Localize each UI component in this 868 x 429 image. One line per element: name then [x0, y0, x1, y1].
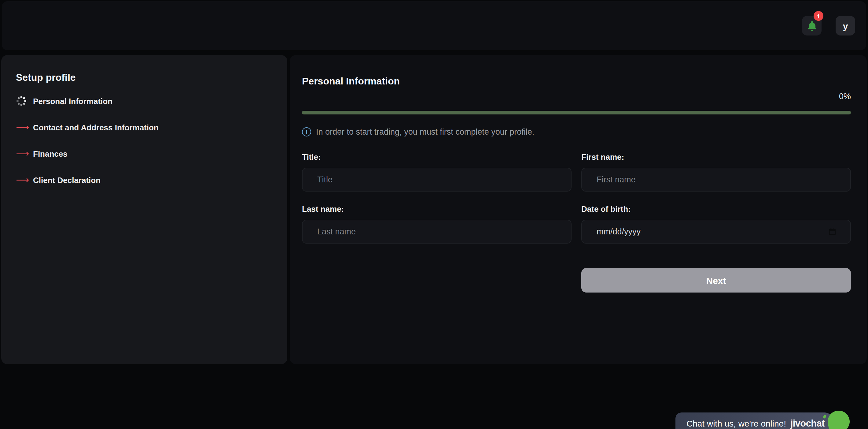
profile-notice: i In order to start trading, you must fi… — [302, 127, 851, 137]
date-of-birth-label: Date of birth: — [581, 204, 851, 213]
setup-profile-sidebar: Setup profile Personal Information — [1, 55, 287, 364]
title-field-group: Title: — [302, 152, 571, 192]
arrow-right-icon: ⟶ — [16, 174, 27, 185]
chat-widget: Chat with us, we're online! jivochat — [676, 412, 845, 429]
app-root: 1 y Setup profile — [0, 0, 868, 429]
info-icon: i — [302, 127, 311, 137]
steps-list: Personal Information ⟶ Contact and Addre… — [16, 95, 287, 185]
sidebar-item-finances[interactable]: ⟶ Finances — [16, 148, 287, 159]
sidebar-item-label: Contact and Address Information — [33, 123, 159, 132]
progress-percent: 0% — [302, 92, 851, 101]
leaf-icon[interactable] — [826, 408, 851, 429]
notice-text: In order to start trading, you must firs… — [316, 127, 534, 137]
date-of-birth-input[interactable] — [581, 220, 851, 244]
sidebar-item-client-declaration[interactable]: ⟶ Client Declaration — [16, 174, 287, 185]
top-bar: 1 y — [2, 1, 866, 50]
first-name-input[interactable] — [581, 168, 851, 192]
next-button[interactable]: Next — [581, 268, 851, 292]
last-name-field-group: Last name: — [302, 204, 571, 244]
personal-information-panel: Personal Information 0% i In order to st… — [290, 55, 867, 364]
last-name-input[interactable] — [302, 220, 571, 244]
last-name-label: Last name: — [302, 204, 571, 213]
date-of-birth-field-group: Date of birth: — [581, 204, 851, 244]
sidebar-item-label: Personal Information — [33, 96, 113, 106]
jivochat-logo: jivochat — [790, 418, 825, 429]
personal-info-form: Title: First name: Last name: Date of bi… — [302, 152, 851, 292]
sidebar-item-personal-information[interactable]: Personal Information — [16, 95, 287, 107]
avatar[interactable]: y — [836, 16, 855, 35]
arrow-right-icon: ⟶ — [16, 148, 27, 159]
sidebar-title: Setup profile — [16, 72, 287, 83]
chat-open-button[interactable]: Chat with us, we're online! jivochat — [676, 412, 833, 429]
notification-badge: 1 — [814, 11, 824, 21]
chat-message: Chat with us, we're online! — [686, 418, 786, 428]
page-title: Personal Information — [302, 76, 851, 87]
first-name-field-group: First name: — [581, 152, 851, 192]
bell-icon — [806, 20, 817, 31]
first-name-label: First name: — [581, 152, 851, 162]
notifications-button[interactable]: 1 — [802, 16, 822, 35]
arrow-right-icon: ⟶ — [16, 122, 27, 133]
sidebar-item-label: Client Declaration — [33, 175, 100, 184]
title-label: Title: — [302, 152, 571, 162]
title-input[interactable] — [302, 168, 571, 192]
sidebar-item-contact-and-address[interactable]: ⟶ Contact and Address Information — [16, 122, 287, 133]
progress-bar — [302, 111, 851, 114]
sidebar-item-label: Finances — [33, 149, 67, 158]
spinner-icon — [16, 95, 27, 107]
